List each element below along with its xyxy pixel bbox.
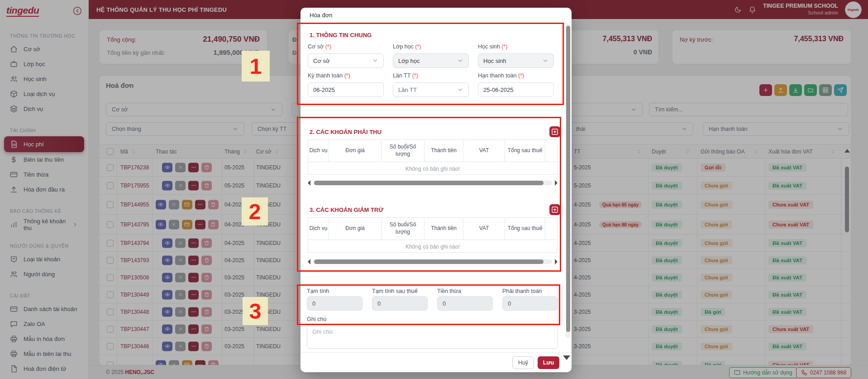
payable-input: 0 [502, 296, 558, 311]
modal-scrollbar-thumb[interactable] [566, 26, 570, 332]
receivables-table: Dịch vụ Đơn giá Số buổi/Số lượng Thành t… [308, 139, 558, 175]
excess-input: 0 [437, 296, 493, 311]
co-so-select[interactable]: Cơ sở [308, 53, 384, 68]
subtotal-after-tax-input: 0 [372, 296, 428, 311]
hscrollbar-thumb[interactable] [314, 259, 544, 264]
field-label-lop-hoc: Lớp học (*) [393, 43, 421, 50]
scroll-right-icon[interactable] [555, 259, 558, 264]
section2-title: 2. CÁC KHOẢN PHẢI THU [310, 129, 382, 135]
section3-title: 3. CÁC KHOẢN GIẢM TRỪ [310, 206, 383, 213]
scroll-down-icon[interactable] [563, 355, 570, 364]
add-receivable-button[interactable] [549, 126, 560, 137]
chevron-down-icon [372, 58, 378, 64]
scroll-right-icon[interactable] [555, 180, 558, 186]
modal-title-bar: Hóa đơn [300, 8, 572, 22]
receivables-hscrollbar[interactable] [308, 180, 558, 186]
scroll-left-icon[interactable] [308, 180, 310, 186]
save-button[interactable]: Lưu [538, 356, 559, 369]
subtotal-input: 0 [307, 296, 362, 311]
chevron-down-icon [542, 58, 548, 64]
empty-deductions-text: Không có bản ghi nào! [308, 240, 557, 253]
add-deduction-button[interactable] [549, 204, 560, 215]
hoc-sinh-select[interactable]: Học sinh [478, 53, 554, 68]
section1-title: 1. THÔNG TIN CHUNG [310, 32, 372, 38]
modal-title: Hóa đơn [310, 12, 332, 19]
lop-hoc-select[interactable]: Lớp học [393, 53, 469, 68]
subtotal-label: Tạm tính [307, 288, 329, 294]
empty-receivables-text: Không có bản ghi nào! [308, 162, 557, 175]
han-thanh-toan-input[interactable]: 25-06-2025 [478, 82, 554, 97]
hscrollbar-thumb[interactable] [314, 181, 544, 185]
lan-tt-select[interactable]: Lần TT [393, 82, 469, 97]
note-textarea[interactable] [307, 324, 558, 349]
deductions-hscrollbar[interactable] [308, 259, 558, 265]
field-label-lan-tt: Lần TT (*) [393, 72, 418, 79]
modal-footer: Huỷ Lưu [300, 352, 572, 372]
ky-thanh-toan-input[interactable]: 06-2025 [308, 82, 384, 97]
payable-label: Phải thanh toán [502, 288, 542, 294]
field-label-han-tt: Hạn thanh toán (*) [478, 72, 524, 79]
excess-label: Tiền thừa [437, 288, 461, 294]
field-label-co-so: Cơ sở (*) [308, 43, 331, 50]
field-label-ky-tt: Kỳ thanh toán (*) [308, 72, 350, 79]
invoice-modal: Hóa đơn 1. THÔNG TIN CHUNG Cơ sở (*) Cơ … [300, 8, 572, 372]
cancel-button[interactable]: Huỷ [512, 356, 534, 369]
scroll-left-icon[interactable] [308, 259, 310, 264]
chevron-down-icon [457, 58, 463, 64]
note-label: Ghi chú [307, 316, 326, 322]
subtotal-after-tax-label: Tạm tính sau thuế [372, 288, 418, 294]
field-label-hoc-sinh: Học sinh (*) [478, 43, 507, 50]
deductions-table: Dịch vụ Đơn giá Số buổi/Số lượng Thành t… [308, 217, 558, 253]
chevron-down-icon [457, 86, 463, 93]
